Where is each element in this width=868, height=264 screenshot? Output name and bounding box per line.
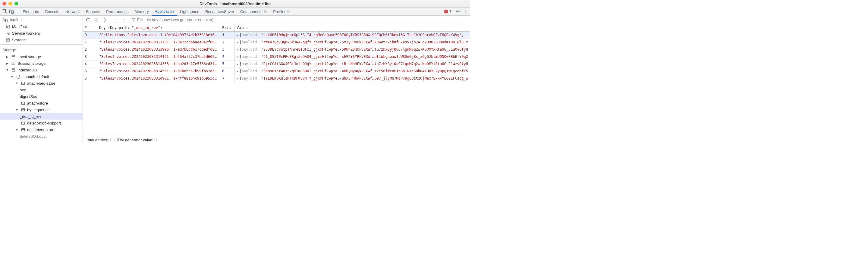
table-row[interactable]: 2"SalesInvoices.20241023083313996::1-ed7… <box>83 46 470 53</box>
disclosure-triangle-icon[interactable]: ▶ <box>237 48 239 51</box>
cell-index: 1 <box>83 39 97 46</box>
column-header-key[interactable]: Key (Key path: "_doc_id_rev") <box>97 24 220 31</box>
database-icon <box>16 75 21 79</box>
window-titlebar: DevTools - localhost:4003/realtime-list <box>0 0 470 7</box>
sidebar-item-storage-app[interactable]: Storage <box>0 36 83 43</box>
refresh-button[interactable] <box>85 17 91 23</box>
svg-point-13 <box>12 68 14 69</box>
table-row[interactable]: 1"SalesInvoices.20241023083313731::1-8a2… <box>83 39 470 46</box>
cell-key: "SalesInvoices.20241023083314981::1-4ff8… <box>97 75 220 82</box>
page-prev-button[interactable] <box>113 17 119 23</box>
devtools-tab-strip: ElementsConsoleNetworkSourcesPerformance… <box>0 7 470 16</box>
tab-performance[interactable]: Performance <box>103 7 131 16</box>
filter-placeholder: Filter by key (show keys greater or equa… <box>137 18 213 22</box>
minimize-window-button[interactable] <box>8 2 12 5</box>
tab-network[interactable]: Network <box>62 7 83 16</box>
sidebar-item-label: _doc_id_rev <box>20 114 41 119</box>
key-filter-input[interactable]: Filter by key (show keys greater or equa… <box>130 16 216 23</box>
sidebar-item-digestseq[interactable]: digestSeq <box>0 93 83 100</box>
disclosure-triangle-icon[interactable]: ▶ <box>237 70 239 73</box>
table-row[interactable]: 4"SalesInvoices.20241023083314353::1-ba2… <box>83 60 470 67</box>
tab-sources[interactable]: Sources <box>83 7 103 16</box>
sidebar-item-label: deletedOrLocal <box>20 134 46 139</box>
expand-arrow-icon: ▶ <box>5 55 9 59</box>
sidebar-item-attach-seq-store[interactable]: ▼ attach-seq-store <box>0 80 83 87</box>
tab-console[interactable]: Console <box>42 7 62 16</box>
cell-key: "SalesInvoices.20241023083313996::1-ed7b… <box>97 46 220 53</box>
disclosure-triangle-icon[interactable]: ▶ <box>237 62 239 66</box>
disclosure-triangle-icon[interactable]: ▶ <box>237 55 239 59</box>
sidebar-item-deletedorlocal[interactable]: deletedOrLocal <box>0 133 83 139</box>
filter-icon <box>132 18 135 22</box>
clear-button[interactable] <box>93 17 99 23</box>
sidebar-item-manifest[interactable]: Manifest <box>0 23 83 30</box>
cell-value: ▶{payload: 'a-CUP6f0MqjbgrKpL3S-I4_ggMeG… <box>235 31 470 39</box>
svg-rect-11 <box>12 56 15 58</box>
tab-elements[interactable]: Elements <box>20 7 42 16</box>
tab-components-[interactable]: Components ⚛ <box>237 7 270 16</box>
sidebar-item-attach-store[interactable]: ▶ attach-store <box>0 100 83 106</box>
cell-primary: 1 <box>220 31 235 39</box>
table-row[interactable]: 0"Collections.SalesInvoices::1-49e184b99… <box>83 31 470 39</box>
cell-key: "SalesInvoices.20241023083314191::1-564a… <box>97 53 220 60</box>
tab-application[interactable]: Application <box>152 7 177 16</box>
sidebar-item-label: digestSeq <box>20 94 37 99</box>
table-row[interactable]: 5"SalesInvoices.20241023083314531::1-078… <box>83 67 470 75</box>
sidebar-item-detect-blob-support[interactable]: ▶ detect-blob-support <box>0 120 83 126</box>
cell-primary: 6 <box>220 67 235 75</box>
cell-key: "SalesInvoices.20241023083313731::1-8a22… <box>97 39 220 46</box>
svg-point-6 <box>457 11 458 12</box>
sidebar-item-indexeddb[interactable]: ▼ IndexedDB <box>0 67 83 73</box>
disclosure-triangle-icon[interactable]: ▶ <box>237 77 239 80</box>
cell-index: 3 <box>83 53 97 60</box>
svg-rect-16 <box>22 102 24 104</box>
sidebar-item-by-sequence[interactable]: ▼ by-sequence <box>0 106 83 113</box>
page-next-button[interactable] <box>121 17 127 23</box>
sidebar-item-seq[interactable]: seq <box>0 87 83 93</box>
sidebar-item-session-storage[interactable]: ▶ Session storage <box>0 60 83 67</box>
sidebar-item-pouch-default[interactable]: ▼ _pouch_default <box>0 73 83 80</box>
cell-key: "SalesInvoices.20241023083314353::1-ba2d… <box>97 60 220 67</box>
tab-profiler-[interactable]: Profiler ⚛ <box>270 7 293 16</box>
close-window-button[interactable] <box>2 2 6 5</box>
device-toolbar-icon[interactable] <box>8 8 14 14</box>
disclosure-triangle-icon[interactable]: ▶ <box>237 41 239 44</box>
svg-rect-18 <box>22 122 24 124</box>
svg-rect-19 <box>22 128 24 131</box>
sidebar-item-local-storage[interactable]: ▶ Local storage <box>0 53 83 60</box>
sidebar-item-label: Service workers <box>12 31 40 36</box>
sidebar-item-label: _pouch_default <box>22 74 49 79</box>
error-badge[interactable]: 7 <box>444 9 452 14</box>
column-header-index[interactable]: # <box>83 24 97 31</box>
tab-memory[interactable]: Memory <box>132 7 152 16</box>
separator: | <box>114 138 115 142</box>
sidebar-item-service-workers[interactable]: Service workers <box>0 30 83 36</box>
settings-icon[interactable] <box>455 9 461 14</box>
tab-lighthouse[interactable]: Lighthouse <box>177 7 202 16</box>
cell-value: ▶{payload: 'DjrCCAiGGWJ0RfJnlsQJgY_gjcmH… <box>235 60 470 67</box>
cell-primary: 5 <box>220 60 235 67</box>
table-row[interactable]: 6"SalesInvoices.20241023083314981::1-4ff… <box>83 75 470 82</box>
svg-point-9 <box>8 33 9 35</box>
sidebar-item-doc-id-rev[interactable]: _doc_id_rev <box>0 113 83 120</box>
traffic-lights <box>2 2 18 5</box>
table-row[interactable]: 3"SalesInvoices.20241023083314191::1-564… <box>83 53 470 60</box>
svg-point-14 <box>17 75 19 76</box>
maximize-window-button[interactable] <box>14 2 18 5</box>
column-header-value[interactable]: Value <box>235 24 470 31</box>
cell-value: ▶{payload: '060s81orWuX5xgMTmGSHXI_gjcmH… <box>235 67 470 75</box>
sidebar-item-label: Manifest <box>12 24 27 29</box>
column-header-primary[interactable]: Pri… <box>220 24 235 31</box>
cell-value: ▶{payload: 'C1_05ZTPcPReS8giXeDAD4_gjcmH… <box>235 53 470 60</box>
cell-value: ▶{payload: 'rWXB7Qg73QMx8kJWA-gQfY_gjcmH… <box>235 39 470 46</box>
svg-rect-1 <box>10 10 12 13</box>
sidebar-item-document-store[interactable]: ▼ document-store <box>0 126 83 133</box>
table-icon <box>11 62 16 65</box>
disclosure-triangle-icon[interactable]: ▶ <box>237 33 239 37</box>
tab-resourcessaver[interactable]: ResourcesSaver <box>202 7 237 16</box>
inspect-element-icon[interactable] <box>2 8 8 14</box>
cell-index: 4 <box>83 60 97 67</box>
more-icon[interactable]: ⋮ <box>463 9 468 14</box>
sidebar-item-label: IndexedDB <box>18 68 37 72</box>
delete-button[interactable] <box>101 17 107 23</box>
